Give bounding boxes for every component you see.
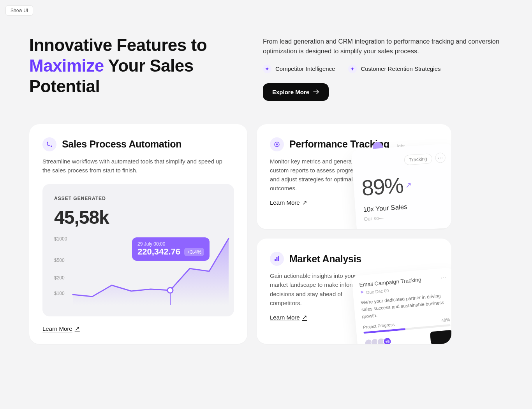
performance-mini-card: Tracking ⋯ 89% ↗ 10x Your Sales Our so— <box>351 143 451 229</box>
chart-tooltip: 29 July 00:00 220,342.76 +3.4% <box>132 237 210 261</box>
campaign-track-card: Email Campaign Tracking ⋯ ⚑ Due Dec 09 W… <box>352 267 451 344</box>
flag-icon: ⚑ <box>360 290 364 295</box>
trend-up-icon: ↗ <box>405 180 412 190</box>
y-tick: $200 <box>54 275 65 281</box>
learn-more-label: Learn More <box>42 325 72 332</box>
badge-label: Customer Retention Strategies <box>361 65 440 72</box>
svg-point-5 <box>276 143 278 145</box>
show-ui-button[interactable]: Show UI <box>5 5 33 16</box>
more-icon[interactable]: ⋯ <box>435 152 446 163</box>
arrow-up-right-icon: ↗ <box>75 325 80 332</box>
card-description: Streamline workflows with automated tool… <box>42 157 229 175</box>
card-title: Market Analysis <box>289 253 361 265</box>
explore-more-button[interactable]: Explore More <box>263 83 329 101</box>
widget-label: ASSET GENERATED <box>54 196 222 201</box>
hero-section: Innovative Features to Maximize Your Sal… <box>29 35 503 101</box>
svg-rect-7 <box>277 257 278 261</box>
card-performance-tracking: Performance Tracking Monitor key metrics… <box>257 124 451 230</box>
learn-more-link[interactable]: Learn More ↗ <box>270 199 307 206</box>
hero-title-prefix: Innovative Features to <box>29 35 207 54</box>
tracking-pill[interactable]: Tracking <box>404 153 432 165</box>
widget-value: 45,58k <box>54 207 222 228</box>
y-tick: $500 <box>54 258 65 263</box>
more-icon[interactable]: ⋯ <box>440 274 446 281</box>
hero-badges: ✦ Competitor Intelligence ✦ Customer Ret… <box>263 65 503 73</box>
performance-percent: 89% ↗ <box>361 169 448 200</box>
chart-area: $1000 $500 $200 $100 <box>54 235 222 305</box>
badge-customer-retention: ✦ Customer Retention Strategies <box>348 65 440 73</box>
tooltip-change: +3.4% <box>184 248 204 256</box>
learn-more-link[interactable]: Learn More ↗ <box>42 325 80 332</box>
hero-title-accent: Maximize <box>29 56 104 75</box>
due-label: Due Dec 09 <box>366 288 389 295</box>
bar-chart-icon <box>270 252 284 266</box>
flow-icon <box>42 137 56 151</box>
hero-title: Innovative Features to Maximize Your Sal… <box>29 35 240 97</box>
y-tick: $100 <box>54 291 65 296</box>
tooltip-value: 220,342.76 <box>137 247 180 257</box>
svg-point-3 <box>167 288 173 293</box>
asset-chart-widget: ASSET GENERATED 45,58k $1000 $500 $200 $… <box>42 184 234 316</box>
progress-label: Project Progress <box>363 322 395 329</box>
track-body: We're your dedicated partner in driving … <box>361 291 449 320</box>
card-sales-automation: Sales Process Automation Streamline work… <box>29 124 247 344</box>
learn-more-label: Learn More <box>270 314 300 321</box>
arrow-up-right-icon: ↗ <box>302 199 307 206</box>
avatar-more[interactable]: +5 <box>383 337 392 344</box>
svg-point-0 <box>47 142 48 143</box>
hero-subtitle: From lead generation and CRM integration… <box>263 37 503 56</box>
sparkle-icon: ✦ <box>348 65 357 73</box>
learn-more-label: Learn More <box>270 199 300 206</box>
tooltip-date: 29 July 00:00 <box>137 241 204 247</box>
badge-label: Competitor Intelligence <box>275 65 335 72</box>
sparkle-icon: ✦ <box>263 65 271 73</box>
card-title: Sales Process Automation <box>62 139 181 150</box>
svg-point-1 <box>51 146 52 147</box>
dark-chip <box>430 330 451 344</box>
svg-rect-6 <box>275 259 276 261</box>
svg-rect-8 <box>278 256 279 261</box>
card-market-analysis: Market Analysis Gain actionable insights… <box>257 239 451 344</box>
arrow-up-right-icon: ↗ <box>302 314 307 321</box>
explore-label: Explore More <box>272 89 309 95</box>
y-tick: $1000 <box>54 236 67 242</box>
target-icon <box>270 137 284 151</box>
arrow-right-icon <box>313 89 319 95</box>
progress-percent: 48% <box>441 317 450 323</box>
badge-competitor-intelligence: ✦ Competitor Intelligence <box>263 65 335 73</box>
percent-value: 89% <box>361 172 403 200</box>
learn-more-link[interactable]: Learn More ↗ <box>270 314 307 321</box>
